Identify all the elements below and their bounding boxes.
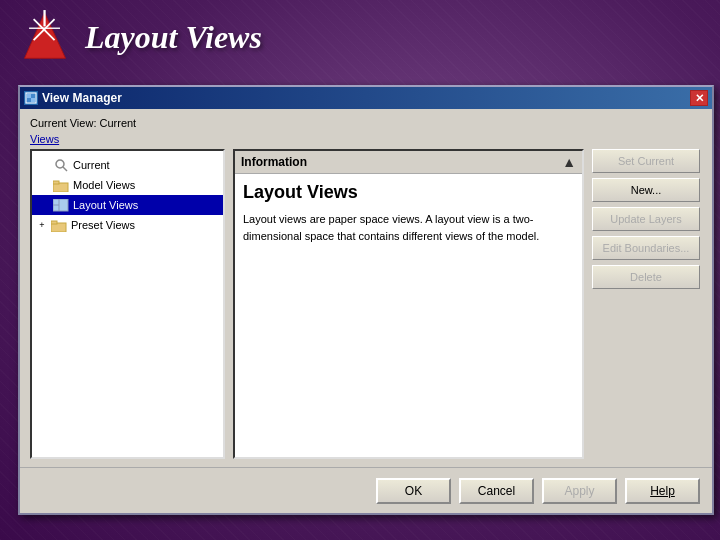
dialog-title: View Manager [42,91,122,105]
tree-item-layout-views-label: Layout Views [73,199,138,211]
search-icon [52,157,70,173]
new-button[interactable]: New... [592,178,700,202]
delete-button[interactable]: Delete [592,265,700,289]
page-title: Layout Views [85,19,262,56]
tree-item-preset-views-label: Preset Views [71,219,135,231]
dialog-titlebar-left: View Manager [24,91,122,105]
svg-rect-7 [31,98,35,102]
svg-point-8 [56,160,64,168]
tree-item-model-views[interactable]: Model Views [32,175,223,195]
cancel-button[interactable]: Cancel [459,478,534,504]
info-header: Information ▲ [235,151,582,174]
info-panel: Information ▲ Layout Views Layout views … [233,149,584,459]
tree-panel[interactable]: Current Model Views [30,149,225,459]
dialog-titlebar: View Manager ✕ [20,87,712,109]
info-collapse-arrow[interactable]: ▲ [562,154,576,170]
close-button[interactable]: ✕ [690,90,708,106]
svg-rect-16 [51,221,57,224]
preset-folder-icon [50,217,68,233]
help-button[interactable]: Help [625,478,700,504]
tree-item-preset-views[interactable]: + Preset Views [32,215,223,235]
action-buttons-panel: Set Current New... Update Layers Edit Bo… [592,149,702,469]
tree-item-current-label: Current [73,159,110,171]
current-view-label: Current View: Current [30,117,702,129]
dialog-bottom: OK Cancel Apply Help [20,467,712,513]
page-title-area: Layout Views [0,0,720,75]
svg-rect-6 [27,94,31,98]
layout-icon [52,197,70,213]
folder-icon [52,177,70,193]
edit-boundaries-button[interactable]: Edit Boundaries... [592,236,700,260]
info-title: Layout Views [243,182,574,203]
dialog-body: Current View: Current Views Current [20,109,712,477]
expand-icon[interactable]: + [36,219,48,231]
tree-item-current[interactable]: Current [32,155,223,175]
tree-item-layout-views[interactable]: Layout Views [32,195,223,215]
info-content: Layout Views Layout views are paper spac… [235,174,582,457]
views-section-label: Views [30,133,702,145]
apply-button[interactable]: Apply [542,478,617,504]
info-header-text: Information [241,155,307,169]
ok-button[interactable]: OK [376,478,451,504]
update-layers-button[interactable]: Update Layers [592,207,700,231]
info-description: Layout views are paper space views. A la… [243,211,574,244]
svg-rect-11 [53,181,59,184]
logo [20,8,75,68]
svg-line-9 [63,167,67,171]
set-current-button[interactable]: Set Current [592,149,700,173]
tree-item-model-views-label: Model Views [73,179,135,191]
view-manager-dialog: View Manager ✕ Current View: Current Vie… [18,85,714,515]
dialog-icon [24,91,38,105]
dialog-main-area: Current Model Views [30,149,702,469]
